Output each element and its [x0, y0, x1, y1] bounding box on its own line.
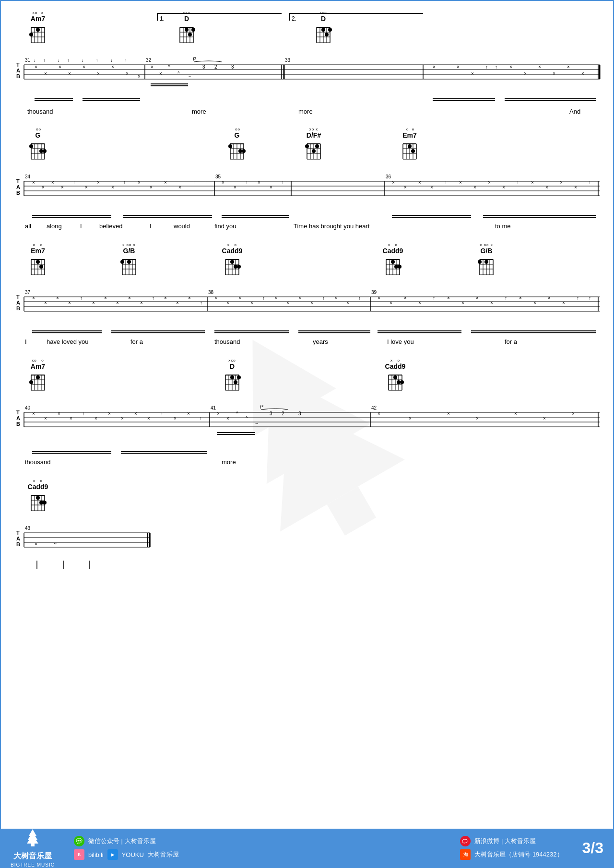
lyrics-s3: I have loved you for a thousand years I … [15, 338, 599, 349]
tab-svg-s5: T A B 43 × ~ [15, 519, 159, 558]
svg-text:↑: ↑ [505, 295, 507, 301]
svg-text:×: × [538, 64, 541, 70]
svg-point-149 [411, 149, 415, 153]
svg-text:↑: ↑ [199, 416, 201, 421]
svg-point-112 [29, 144, 33, 148]
svg-point-148 [408, 144, 412, 148]
svg-point-371 [397, 380, 401, 384]
section-1: xo o Am7 [15, 11, 599, 117]
svg-text:×: × [35, 64, 37, 70]
footer-bigtree-text: 大树音乐屋 [148, 850, 179, 859]
svg-text:×: × [392, 180, 395, 185]
footer-youku-text: YOUKU [122, 851, 144, 858]
chord-cadd9-s4: x o Cadd9 [385, 358, 406, 392]
lyric-more-1: more [192, 108, 206, 115]
svg-text:×: × [378, 411, 380, 416]
page-number: 3/3 [582, 839, 603, 857]
svg-text:↑: ↑ [96, 58, 98, 63]
svg-text:^: ^ [177, 71, 180, 76]
svg-text:×: × [514, 411, 517, 416]
chord-grid [27, 23, 48, 45]
svg-text:A: A [16, 68, 20, 73]
svg-text:↑: ↑ [485, 64, 488, 70]
svg-text:×: × [567, 64, 570, 70]
svg-text:×: × [56, 295, 59, 301]
svg-text:^: ^ [236, 411, 238, 416]
beam-svg-s3 [15, 328, 601, 338]
tab-svg-s4: T A B 40 41 42 × × × × ↑ × [15, 399, 601, 447]
svg-text:×: × [286, 300, 289, 305]
svg-point-138 [315, 144, 319, 148]
svg-text:×: × [85, 185, 88, 190]
svg-text:×: × [59, 64, 61, 70]
svg-point-125 [238, 149, 242, 153]
svg-text:B: B [16, 541, 20, 547]
svg-text:×: × [97, 180, 100, 185]
svg-text:↑: ↑ [433, 295, 435, 301]
svg-text:×: × [138, 180, 141, 185]
svg-text:B: B [16, 305, 20, 311]
footer-taobao-text: 大树音乐屋（店铺号 1944232） [474, 850, 563, 859]
svg-point-13 [36, 28, 40, 32]
svg-text:~: ~ [188, 74, 191, 79]
svg-text:×: × [581, 71, 584, 76]
svg-text:40: 40 [25, 405, 31, 411]
svg-text:↑: ↑ [205, 180, 207, 185]
svg-point-14 [29, 33, 33, 36]
lyrics-s4: thousand more [15, 458, 599, 469]
svg-text:↑: ↑ [495, 64, 497, 70]
svg-text:×: × [459, 180, 462, 185]
svg-text:×: × [92, 300, 95, 305]
svg-point-126 [242, 149, 246, 153]
lyrics-s2: all along I believed I would find you Ti… [15, 223, 599, 233]
svg-text:↓: ↓ [82, 58, 84, 63]
svg-point-358 [230, 375, 234, 379]
svg-text:×: × [58, 411, 60, 416]
lyric-and: And [569, 108, 580, 115]
svg-text:34: 34 [25, 174, 31, 179]
svg-text:×: × [447, 295, 450, 301]
svg-text:×: × [490, 300, 493, 305]
tab-staff-s3: T A B 37 38 39 × × × × ↑ × [15, 283, 599, 349]
svg-text:A: A [16, 415, 20, 421]
chord-em7-s3: o o Em7 [27, 243, 48, 277]
tab-staff-s2: T A B 34 35 36 × × × × [15, 168, 599, 233]
svg-text:B: B [16, 190, 20, 196]
svg-text:×: × [488, 180, 491, 185]
svg-text:T: T [16, 62, 20, 68]
svg-text:×: × [298, 295, 301, 301]
svg-text:×: × [334, 295, 337, 301]
svg-text:35: 35 [215, 174, 221, 179]
svg-text:×: × [238, 295, 241, 301]
svg-text:↑: ↑ [125, 58, 127, 63]
svg-point-372 [400, 380, 404, 384]
svg-text:↑: ↑ [123, 180, 126, 185]
svg-text:×: × [68, 71, 71, 76]
footer: 大树音乐屋 BIGTREE MUSIC 微信公众号 | 大树音乐屋 B bili… [1, 829, 613, 867]
svg-text:×: × [188, 295, 191, 301]
svg-point-348 [29, 380, 33, 384]
svg-text:↑: ↑ [358, 295, 361, 301]
svg-text:↑: ↑ [322, 295, 325, 301]
footer-logo: 大树音乐屋 BIGTREE MUSIC [11, 828, 55, 868]
svg-point-433 [39, 501, 43, 504]
footer-taobao-row: 淘 大树音乐屋（店铺号 1944232） [460, 849, 563, 860]
svg-text:↑: ↑ [67, 58, 70, 63]
svg-text:×: × [509, 64, 512, 70]
svg-text:×: × [473, 185, 476, 190]
footer-tree-icon [23, 828, 42, 849]
footer-center: 微信公众号 | 大树音乐屋 B bilibili ▶ YOUKU 大树音乐屋 [55, 836, 460, 860]
svg-point-38 [328, 28, 332, 32]
svg-text:×: × [404, 295, 407, 301]
beam-svg-s4 [15, 449, 601, 458]
svg-point-432 [36, 496, 40, 500]
final-beats [15, 560, 159, 574]
svg-text:P: P [260, 404, 263, 410]
svg-text:3: 3 [202, 64, 205, 70]
svg-text:×: × [310, 300, 313, 305]
chord-am7-s1: xo o Am7 [27, 11, 48, 45]
footer-weibo-row: 新浪微博 | 大树音乐屋 [460, 836, 536, 846]
chord-cadd9-s5: x o Cadd9 [27, 479, 48, 513]
svg-text:×: × [70, 416, 72, 421]
svg-text:×: × [111, 64, 114, 70]
